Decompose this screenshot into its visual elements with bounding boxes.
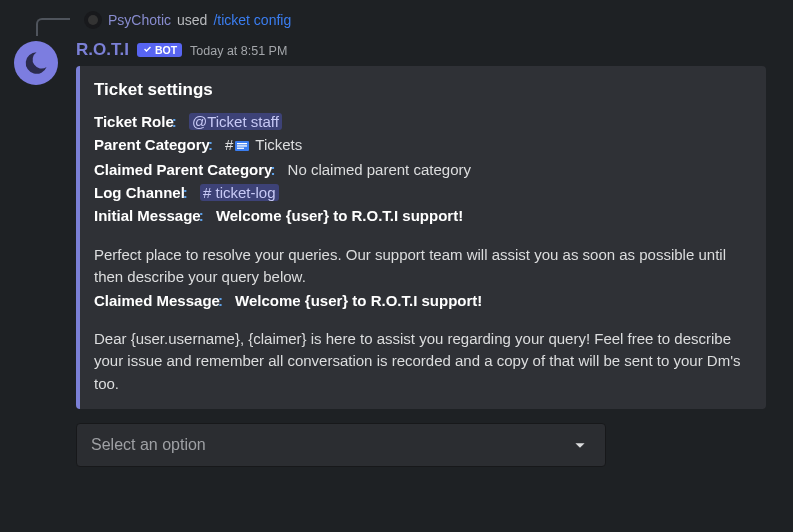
reply-mini-avatar <box>84 11 102 29</box>
claimed-parent-label: Claimed Parent Category <box>94 161 272 178</box>
field-parent-category: Parent Category: # Tickets <box>94 133 750 158</box>
hash-icon: # <box>225 136 233 153</box>
field-initial-message: Initial Message: Welcome {user} to R.O.T… <box>94 204 750 227</box>
svg-rect-3 <box>237 145 247 146</box>
field-claimed-message: Claimed Message: Welcome {user} to R.O.T… <box>94 289 750 312</box>
field-log-channel: Log Channel: # ticket-log <box>94 181 750 204</box>
select-menu[interactable]: Select an option <box>76 423 606 467</box>
reply-connector-line <box>36 18 70 36</box>
embed-title: Ticket settings <box>94 80 750 100</box>
content-column: PsyChotic used /ticket config R.O.T.I BO… <box>76 8 781 467</box>
parent-category-value: Tickets <box>255 136 302 153</box>
user-dot-icon <box>88 15 98 25</box>
initial-message-paragraph: Perfect place to resolve your queries. O… <box>94 244 750 289</box>
verified-check-icon <box>142 44 153 55</box>
svg-rect-4 <box>237 147 244 148</box>
bot-badge: BOT <box>137 43 182 57</box>
svg-rect-2 <box>237 143 247 144</box>
ticket-role-mention[interactable]: @Ticket staff <box>189 113 282 130</box>
bot-badge-label: BOT <box>155 44 177 56</box>
parent-category-label: Parent Category <box>94 136 210 153</box>
field-claimed-parent: Claimed Parent Category: No claimed pare… <box>94 158 750 181</box>
ticket-role-label: Ticket Role <box>94 113 174 130</box>
log-channel-mention[interactable]: # ticket-log <box>200 184 279 201</box>
embed-card: Ticket settings Ticket Role: @Ticket sta… <box>76 66 766 409</box>
claimed-parent-value: No claimed parent category <box>288 161 471 178</box>
field-ticket-role: Ticket Role: @Ticket staff <box>94 110 750 133</box>
timestamp: Today at 8:51 PM <box>190 44 287 58</box>
select-placeholder: Select an option <box>91 436 206 454</box>
claimed-message-paragraph: Dear {user.username}, {claimer} is here … <box>94 328 750 396</box>
claimed-message-value: Welcome {user} to R.O.T.I support! <box>235 292 482 309</box>
bot-name[interactable]: R.O.T.I <box>76 40 129 60</box>
claimed-message-label: Claimed Message <box>94 292 220 309</box>
message-header: R.O.T.I BOT Today at 8:51 PM <box>76 40 781 60</box>
category-icon <box>235 135 249 158</box>
message-container: PsyChotic used /ticket config R.O.T.I BO… <box>12 4 781 467</box>
log-channel-label: Log Channel <box>94 184 185 201</box>
chevron-down-icon <box>569 434 591 456</box>
moon-icon <box>23 50 49 76</box>
reply-used-text: used <box>177 12 207 28</box>
reply-line[interactable]: PsyChotic used /ticket config <box>84 8 781 32</box>
avatar-column <box>12 8 60 467</box>
initial-message-label: Initial Message <box>94 207 201 224</box>
svg-point-0 <box>88 15 98 25</box>
initial-message-value: Welcome {user} to R.O.T.I support! <box>216 207 463 224</box>
reply-username[interactable]: PsyChotic <box>108 12 171 28</box>
reply-command[interactable]: /ticket config <box>213 12 291 28</box>
bot-avatar[interactable] <box>14 41 58 85</box>
